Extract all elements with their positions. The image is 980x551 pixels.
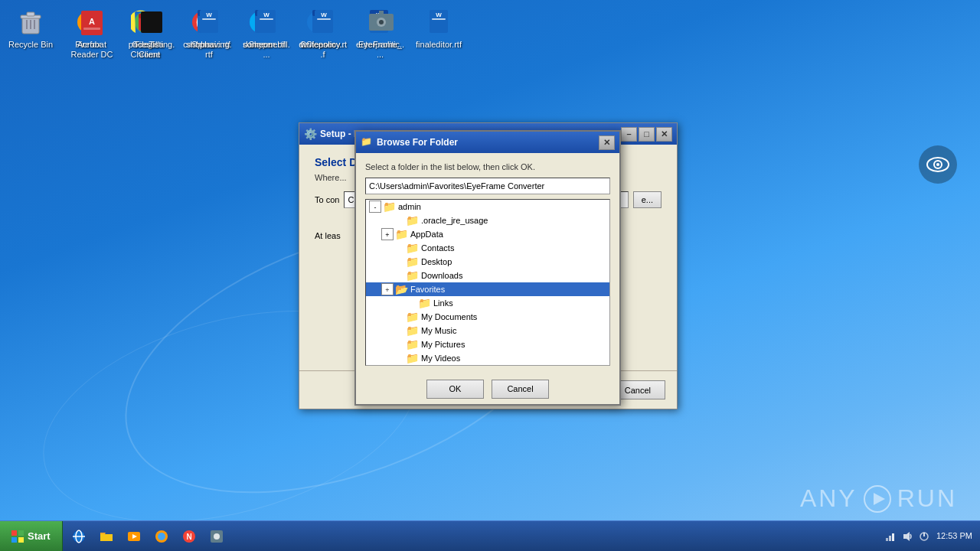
- writepolicy-icon-desktop[interactable]: W writepolicy.rtf: [297, 4, 351, 63]
- taskbar-media-icon[interactable]: [122, 524, 146, 549]
- browse-dialog-bottom: OK Cancel: [356, 373, 619, 404]
- favorites-expand-btn[interactable]: +: [381, 283, 394, 295]
- taskbar: Start: [0, 520, 980, 551]
- eye-watermark: [919, 145, 957, 184]
- browse-cancel-button[interactable]: Cancel: [492, 380, 549, 399]
- svg-rect-52: [317, 18, 331, 20]
- tree-item-contacts[interactable]: 📁 Contacts: [366, 241, 609, 255]
- taskbar-ie-icon[interactable]: [67, 524, 91, 549]
- mydocuments-label: My Documents: [421, 312, 477, 321]
- svg-rect-82: [892, 533, 894, 541]
- taskbar-right: 12:53 PM: [877, 521, 980, 551]
- mydocuments-folder-icon: 📁: [406, 311, 419, 323]
- downloads-label: Downloads: [421, 271, 462, 280]
- mypictures-label: My Pictures: [421, 340, 465, 349]
- desktop-icons-col3: priceslisting.... W shophaving.rtf W s: [125, 4, 469, 72]
- finaleditor-icon-desktop[interactable]: W finaleditor.rtf: [412, 4, 466, 53]
- browse-title-text: Browse For Folder: [377, 137, 458, 148]
- svg-point-55: [379, 20, 384, 24]
- tree-item-favorites[interactable]: + 📂 Favorites: [366, 282, 609, 296]
- taskbar-pinned-icons: N: [63, 524, 233, 549]
- oracle-label: .oracle_jre_usage: [421, 216, 488, 225]
- taskbar-firefox-icon[interactable]: [149, 524, 174, 549]
- appdata-folder-icon: 📁: [395, 228, 408, 240]
- tree-item-myvideos[interactable]: 📁 My Videos: [366, 351, 609, 365]
- setup-minimize-btn[interactable]: –: [621, 127, 637, 142]
- priceslisting-icon-desktop[interactable]: priceslisting....: [125, 4, 178, 63]
- writepolicy-label: writepolicy.rtf: [300, 40, 348, 60]
- browse-ok-button[interactable]: OK: [426, 380, 484, 399]
- svg-text:N: N: [186, 533, 191, 541]
- windows-logo: [11, 530, 24, 543]
- svg-rect-80: [886, 538, 888, 541]
- svg-rect-59: [432, 18, 446, 20]
- root-label: admin: [398, 202, 421, 211]
- eyeframe-icon-desktop[interactable]: EyeFrame_...: [354, 4, 408, 63]
- setup-browse-button[interactable]: e...: [633, 191, 662, 208]
- browse-titlebar: 📁 Browse For Folder ✕: [356, 132, 619, 153]
- browse-dialog: 📁 Browse For Folder ✕ Select a folder in…: [354, 130, 621, 406]
- svg-point-75: [158, 533, 165, 540]
- taskbar-norton-icon[interactable]: N: [177, 524, 201, 549]
- setup-path-label: To con: [315, 195, 339, 204]
- svg-marker-64: [874, 493, 885, 505]
- acrobat-label: Acrobat Reader DC: [68, 40, 116, 60]
- myvideos-folder-icon: 📁: [406, 352, 419, 364]
- svg-text:W: W: [436, 11, 442, 18]
- contacts-label: Contacts: [421, 243, 454, 253]
- tree-item-downloads[interactable]: 📁 Downloads: [366, 269, 609, 282]
- tree-item-oracle[interactable]: 📁 .oracle_jre_usage: [366, 214, 609, 227]
- root-collapse-btn[interactable]: -: [369, 201, 381, 213]
- eyeframe-label: EyeFrame_...: [358, 40, 405, 60]
- appdata-expand-btn[interactable]: +: [381, 228, 394, 240]
- anyrun-text: ANY: [800, 484, 858, 513]
- svg-text:A: A: [89, 17, 95, 26]
- favorites-label: Favorites: [410, 285, 445, 294]
- tree-item-mymusic[interactable]: 📁 My Music: [366, 324, 609, 337]
- folder-tree[interactable]: - 📁 admin 📁 .oracle_jre_usage + 📁 AppDat…: [365, 199, 610, 366]
- clock: 12:53 PM: [936, 530, 972, 542]
- root-folder-icon: 📁: [383, 201, 396, 213]
- mypictures-folder-icon: 📁: [406, 338, 419, 350]
- svg-rect-81: [889, 536, 891, 541]
- svg-text:W: W: [206, 11, 212, 18]
- links-folder-icon: 📁: [418, 297, 431, 309]
- browse-title-icon: 📁: [361, 136, 373, 148]
- tree-item-savedgames[interactable]: 📁 Saved Games: [366, 365, 609, 366]
- desktop-label: Desktop: [421, 257, 452, 266]
- svg-rect-65: [11, 530, 17, 536]
- eye-circle-icon: [919, 145, 957, 184]
- desktop: Recycle Bin Firefox: [0, 0, 980, 551]
- setup-titlebar-buttons: – □ ✕: [621, 127, 672, 142]
- tree-root[interactable]: - 📁 admin: [366, 200, 609, 214]
- svg-rect-68: [18, 537, 24, 543]
- shophaving-icon-desktop[interactable]: W shophaving.rtf: [182, 4, 236, 63]
- svg-rect-49: [260, 18, 273, 20]
- setup-close-btn[interactable]: ✕: [656, 127, 672, 142]
- tree-item-mypictures[interactable]: 📁 My Pictures: [366, 337, 609, 351]
- myvideos-label: My Videos: [421, 354, 460, 363]
- desktop-folder-icon: 📁: [406, 256, 419, 268]
- tree-item-appdata[interactable]: + 📁 AppData: [366, 227, 609, 241]
- setup-restore-btn[interactable]: □: [639, 127, 655, 142]
- anyrun-play-icon: [864, 485, 891, 513]
- start-button[interactable]: Start: [0, 521, 63, 551]
- svg-rect-56: [379, 11, 384, 15]
- recycle-bin-label: Recycle Bin: [8, 40, 53, 50]
- favorites-folder-icon: 📂: [395, 283, 408, 295]
- taskbar-settings-icon[interactable]: [204, 524, 229, 549]
- svg-rect-66: [18, 530, 24, 536]
- browse-titlebar-buttons: ✕: [599, 135, 615, 150]
- svg-rect-46: [202, 18, 216, 20]
- acrobat-icon-desktop[interactable]: A Acrobat Reader DC: [65, 4, 119, 63]
- tree-item-desktop[interactable]: 📁 Desktop: [366, 255, 609, 269]
- power-icon: [918, 530, 930, 543]
- someonebill-icon-desktop[interactable]: W someonebill....: [240, 4, 293, 63]
- links-label: Links: [433, 298, 453, 308]
- tree-item-mydocuments[interactable]: 📁 My Documents: [366, 310, 609, 324]
- browse-close-btn[interactable]: ✕: [599, 135, 615, 150]
- browse-path-input[interactable]: [365, 178, 610, 194]
- tree-item-links[interactable]: 📁 Links: [366, 296, 609, 310]
- recycle-bin-icon[interactable]: Recycle Bin: [4, 4, 57, 53]
- taskbar-folder-icon[interactable]: [94, 524, 119, 549]
